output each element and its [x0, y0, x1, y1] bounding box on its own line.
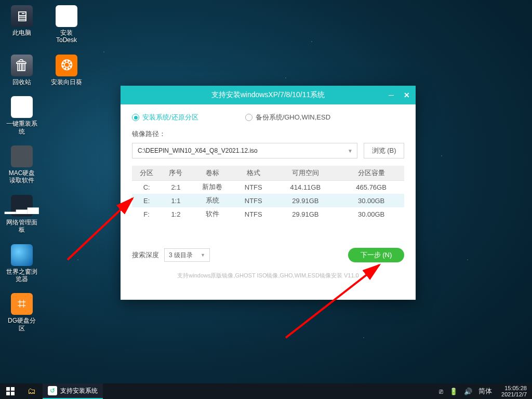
image-path-combo[interactable]: C:\DEEPIN_WIN10_X64_Q8_V2021.12.iso ▼ [132, 143, 357, 158]
start-button[interactable] [0, 383, 21, 399]
reinstall-icon: ↺ [11, 96, 33, 118]
installer-window: 支持安装windowsXP/7/8/10/11系统 ─ ✕ 安装系统/还原分区 … [121, 86, 416, 300]
chevron-down-icon: ▼ [201, 252, 205, 258]
col-partition[interactable]: 分区 [132, 166, 161, 180]
close-button[interactable]: ✕ [402, 90, 411, 100]
col-volume[interactable]: 卷标 [191, 166, 234, 180]
image-path-value: C:\DEEPIN_WIN10_X64_Q8_V2021.12.iso [138, 147, 258, 154]
window-title: 支持安装windowsXP/7/8/10/11系统 [211, 90, 325, 100]
network-chart-icon: ▁▂▃ [11, 195, 33, 217]
tray-network-icon[interactable]: ⎚ [439, 388, 443, 395]
todesk-icon: ◧ [56, 5, 77, 27]
app-icon: ↺ [48, 386, 57, 395]
svg-rect-2 [6, 387, 10, 391]
tray-battery-icon[interactable]: 🔋 [449, 388, 458, 395]
globe-icon [11, 244, 33, 266]
system-tray: ⎚ 🔋 🔊 简体 15:05:28 2021/12/7 [439, 383, 532, 399]
desktop: 🖥此电脑 ◧安装ToDesk 🗑回收站 ❂安装向日葵 ↺一键重装系统 MAC硬盘… [0, 0, 88, 337]
svg-rect-5 [11, 392, 15, 395]
windows-icon [6, 387, 15, 395]
chevron-down-icon: ▼ [348, 148, 353, 154]
desktop-icon-todesk[interactable]: ◧安装ToDesk [51, 5, 82, 44]
col-capacity[interactable]: 分区容量 [338, 166, 404, 180]
desktop-icon-one-key-reinstall[interactable]: ↺一键重装系统 [6, 96, 37, 135]
desktop-icon-mac-disk[interactable]: MAC硬盘读取软件 [6, 145, 37, 184]
monitor-icon: 🖥 [11, 5, 33, 27]
desktop-icon-recycle-bin[interactable]: 🗑回收站 [6, 55, 37, 86]
next-button[interactable]: 下一步 (N) [348, 248, 404, 262]
table-row[interactable]: E:1:1系统NTFS29.91GB30.00GB [132, 194, 404, 207]
table-row[interactable]: F:1:2软件NTFS29.91GB30.00GB [132, 207, 404, 221]
tray-volume-icon[interactable]: 🔊 [464, 388, 472, 395]
search-depth-label: 搜索深度 [132, 250, 159, 260]
col-format[interactable]: 格式 [234, 166, 273, 180]
tray-ime[interactable]: 简体 [478, 387, 492, 396]
apple-icon [11, 145, 33, 167]
tab-install-restore[interactable]: 安装系统/还原分区 [132, 113, 198, 122]
partition-table: 分区 序号 卷标 格式 可用空间 分区容量 C:2:1新加卷NTFS414.11… [132, 166, 404, 221]
taskbar-app-installer[interactable]: ↺支持安装系统 [43, 383, 103, 399]
tray-clock[interactable]: 15:05:28 2021/12/7 [498, 385, 527, 397]
hint-text: 支持windows原版镜像,GHOST ISO镜像,GHO,WIM,ESD镜像安… [132, 272, 404, 280]
desktop-icon-world-browser[interactable]: 世界之窗浏览器 [6, 244, 37, 283]
minimize-button[interactable]: ─ [387, 90, 396, 100]
taskbar-explorer[interactable]: 🗂 [21, 383, 43, 399]
radio-off-icon [245, 114, 252, 121]
search-depth-combo[interactable]: 3 级目录▼ [164, 248, 210, 262]
desktop-icon-net-panel[interactable]: ▁▂▃网络管理面板 [6, 195, 37, 234]
svg-rect-3 [11, 387, 15, 391]
tab-backup[interactable]: 备份系统/GHO,WIN,ESD [245, 113, 330, 122]
browse-button[interactable]: 浏览 (B) [364, 143, 404, 158]
desktop-icon-sunlogin[interactable]: ❂安装向日葵 [51, 55, 82, 86]
partition-icon: ⌗ [11, 293, 33, 315]
desktop-icon-dg-partition[interactable]: ⌗DG硬盘分区 [6, 293, 37, 332]
table-row[interactable]: C:2:1新加卷NTFS414.11GB465.76GB [132, 180, 404, 194]
col-ordinal[interactable]: 序号 [161, 166, 190, 180]
sunflower-icon: ❂ [56, 55, 77, 76]
radio-on-icon [132, 114, 139, 121]
trash-icon: 🗑 [11, 55, 33, 76]
image-path-label: 镜像路径： [132, 129, 404, 139]
desktop-icon-this-pc[interactable]: 🖥此电脑 [6, 5, 37, 44]
titlebar[interactable]: 支持安装windowsXP/7/8/10/11系统 ─ ✕ [121, 86, 416, 104]
svg-rect-4 [6, 392, 10, 395]
taskbar: 🗂 ↺支持安装系统 ⎚ 🔋 🔊 简体 15:05:28 2021/12/7 [0, 383, 532, 399]
col-free[interactable]: 可用空间 [272, 166, 338, 180]
